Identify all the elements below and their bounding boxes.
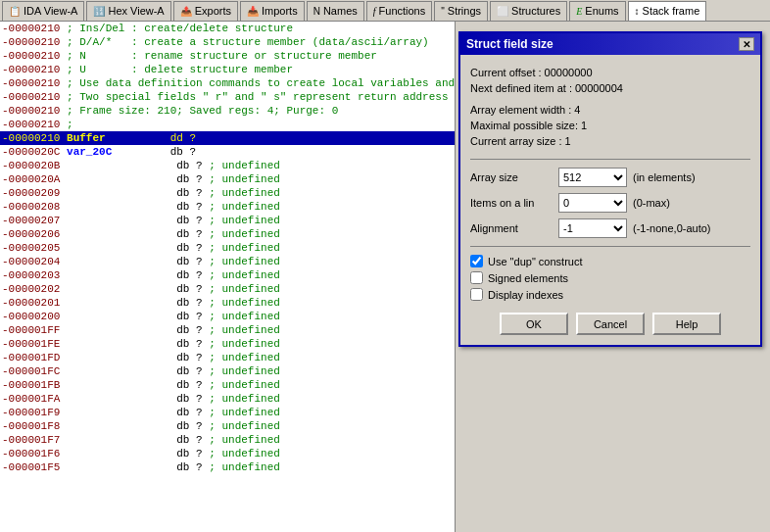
help-button[interactable]: Help <box>652 313 721 335</box>
asm-line-1f6: -000001F6 db ? ; undefined <box>0 447 455 460</box>
tab-strings-label: Strings <box>448 5 481 17</box>
tab-hex-view-a[interactable]: 🔢 Hex View-A <box>86 1 170 21</box>
asm-line-203: -00000203 db ? ; undefined <box>0 268 455 282</box>
separator-1 <box>470 159 750 160</box>
next-item-value: : 00000004 <box>569 82 623 94</box>
array-size-select[interactable]: 512 <box>558 168 627 187</box>
tab-ida-view-a-label: IDA View-A <box>24 5 77 17</box>
struct-field-size-dialog: Struct field size ✕ Current offset : 000… <box>458 31 762 347</box>
tab-enums-label: Enums <box>585 5 618 17</box>
strings-icon: " <box>441 6 445 17</box>
hex-view-icon: 🔢 <box>93 6 105 17</box>
asm-line-20a: -0000020A db ? ; undefined <box>0 172 455 186</box>
asm-line-1f8: -000001F8 db ? ; undefined <box>0 419 455 433</box>
dialog-button-row: OK Cancel Help <box>470 313 750 335</box>
array-size-row: Array size 512 (in elements) <box>470 168 750 187</box>
asm-line-208: -00000208 db ? ; undefined <box>0 200 455 214</box>
dialog-close-button[interactable]: ✕ <box>739 37 754 51</box>
current-offset-label: Current offset <box>470 67 539 78</box>
asm-line-1fa: -000001FA db ? ; undefined <box>0 392 455 406</box>
current-offset-row: Current offset : 00000000 <box>470 65 750 80</box>
asm-line-1fe: -000001FE db ? ; undefined <box>0 337 455 351</box>
current-array-size: Current array size : 1 <box>470 133 750 149</box>
asm-line-201: -00000201 db ? ; undefined <box>0 296 455 310</box>
asm-line-5: -00000210 ; Two special fields " r" and … <box>0 90 455 104</box>
next-item-row: Next defined item at : 00000004 <box>470 80 750 96</box>
asm-line-204: -00000204 db ? ; undefined <box>0 255 455 268</box>
tab-imports[interactable]: 📥 Imports <box>240 1 305 21</box>
display-indexes-label: Display indexes <box>488 289 563 301</box>
array-size-label: Array size <box>470 171 558 183</box>
tab-names-label: Names <box>323 5 358 17</box>
signed-elements-checkbox[interactable] <box>470 271 483 284</box>
alignment-row: Alignment -1 (-1-none,0-auto) <box>470 218 750 238</box>
names-icon: N <box>313 6 320 17</box>
asm-line-1fd: -000001FD db ? ; undefined <box>0 351 455 364</box>
asm-line-var20c: -0000020C var_20C db ? <box>0 145 455 159</box>
array-size-hint: (in elements) <box>633 171 696 183</box>
dialog-body: Current offset : 00000000 Next defined i… <box>460 55 760 345</box>
alignment-label: Alignment <box>470 222 558 234</box>
imports-icon: 📥 <box>247 6 259 17</box>
display-indexes-checkbox[interactable] <box>470 288 483 301</box>
items-on-line-select[interactable]: 0 <box>558 193 627 213</box>
dialog-title: Struct field size <box>466 37 553 51</box>
tab-stack-frame-label: Stack frame <box>643 5 700 17</box>
asm-line-4: -00000210 ; Use data definition commands… <box>0 76 455 90</box>
tab-hex-view-a-label: Hex View-A <box>108 5 164 17</box>
tab-exports[interactable]: 📤 Exports <box>173 1 238 21</box>
array-info-row: Array element width : 4 Maximal possible… <box>470 102 750 149</box>
asm-line-206: -00000206 db ? ; undefined <box>0 227 455 241</box>
asm-line-6: -00000210 ; Frame size: 210; Saved regs:… <box>0 104 455 118</box>
asm-line-0: -00000210 ; Ins/Del : create/delete stru… <box>0 22 455 35</box>
asm-line-1: -00000210 ; D/A/* : create a structure m… <box>0 35 455 49</box>
alignment-select[interactable]: -1 <box>558 218 627 238</box>
asm-line-7: -00000210 ; <box>0 118 455 131</box>
asm-line-202: -00000202 db ? ; undefined <box>0 282 455 296</box>
dup-construct-row: Use "dup" construct <box>470 255 750 267</box>
asm-line-205: -00000205 db ? ; undefined <box>0 241 455 255</box>
tab-enums[interactable]: E Enums <box>569 1 625 21</box>
asm-line-1ff: -000001FF db ? ; undefined <box>0 323 455 337</box>
max-possible-size: Maximal possible size: 1 <box>470 118 750 133</box>
tab-imports-label: Imports <box>262 5 298 17</box>
items-on-line-row: Items on a lin 0 (0-max) <box>470 193 750 213</box>
main-content: -00000210 ; Ins/Del : create/delete stru… <box>0 22 770 532</box>
asm-line-2: -00000210 ; N : rename structure or stru… <box>0 49 455 63</box>
dialog-info-block: Current offset : 00000000 Next defined i… <box>470 65 750 149</box>
enums-icon: E <box>576 6 582 17</box>
asm-line-1f9: -000001F9 db ? ; undefined <box>0 406 455 419</box>
stack-frame-icon: ↕ <box>635 6 640 17</box>
dialog-titlebar: Struct field size ✕ <box>460 33 760 55</box>
tab-names[interactable]: N Names <box>307 1 364 21</box>
tab-functions[interactable]: f Functions <box>366 1 432 21</box>
alignment-hint: (-1-none,0-auto) <box>633 222 711 234</box>
asm-line-1fb: -000001FB db ? ; undefined <box>0 378 455 392</box>
exports-icon: 📤 <box>180 6 192 17</box>
display-indexes-row: Display indexes <box>470 288 750 301</box>
dup-construct-label: Use "dup" construct <box>488 256 582 267</box>
dup-construct-checkbox[interactable] <box>470 255 483 267</box>
tab-structures[interactable]: ⬜ Structures <box>490 1 567 21</box>
cancel-button[interactable]: Cancel <box>576 313 645 335</box>
asm-line-20b: -0000020B db ? ; undefined <box>0 159 455 172</box>
ok-button[interactable]: OK <box>500 313 568 335</box>
asm-line-buffer[interactable]: -00000210 Buffer dd ? <box>0 131 455 145</box>
asm-line-1f5: -000001F5 db ? ; undefined <box>0 460 455 474</box>
asm-line-1fc: -000001FC db ? ; undefined <box>0 364 455 378</box>
functions-icon: f <box>373 6 376 17</box>
tab-strings[interactable]: " Strings <box>434 1 488 21</box>
asm-view[interactable]: -00000210 ; Ins/Del : create/delete stru… <box>0 22 456 532</box>
next-item-label: Next defined item at <box>470 82 569 94</box>
signed-elements-row: Signed elements <box>470 271 750 284</box>
asm-line-3: -00000210 ; U : delete structure member <box>0 63 455 76</box>
array-element-width: Array element width : 4 <box>470 102 750 118</box>
current-offset-value: : 00000000 <box>539 67 593 78</box>
items-on-line-label: Items on a lin <box>470 197 558 209</box>
ida-view-icon: 📋 <box>9 6 21 17</box>
asm-line-1f7: -000001F7 db ? ; undefined <box>0 433 455 447</box>
tab-ida-view-a[interactable]: 📋 IDA View-A <box>2 1 84 21</box>
asm-line-200: -00000200 db ? ; undefined <box>0 310 455 323</box>
tab-stack-frame[interactable]: ↕ Stack frame <box>628 1 707 21</box>
structures-icon: ⬜ <box>497 6 508 17</box>
